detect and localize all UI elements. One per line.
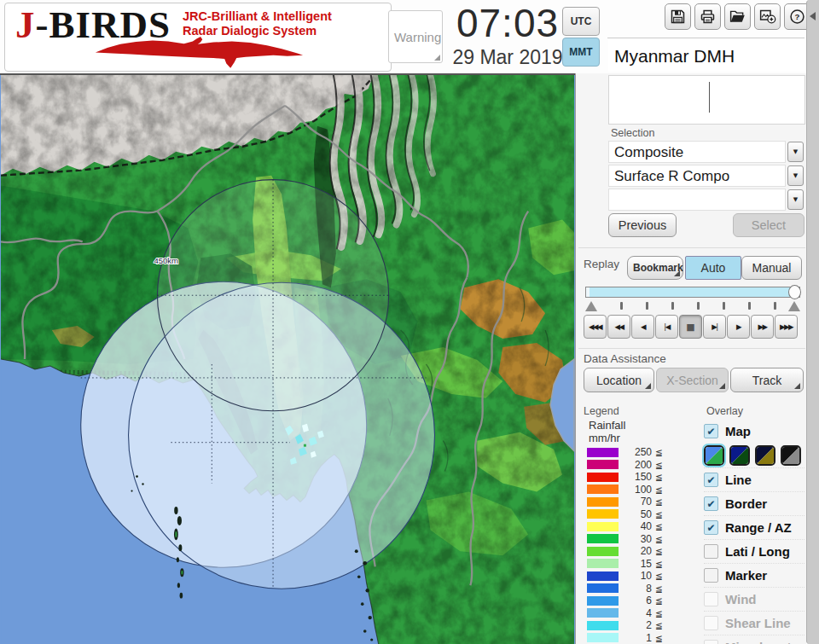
overlay-item-label: Line bbox=[725, 473, 752, 487]
print-button[interactable] bbox=[694, 3, 721, 30]
svg-text:?: ? bbox=[795, 12, 800, 21]
save-button[interactable] bbox=[665, 3, 691, 30]
auto-mode-button[interactable]: Auto bbox=[685, 256, 741, 280]
mmt-button[interactable]: MMT bbox=[562, 38, 600, 67]
range-end-marker[interactable] bbox=[788, 301, 800, 311]
legend-value: 8 bbox=[626, 583, 652, 595]
replay-label: Replay bbox=[584, 258, 619, 270]
legend-color-swatch bbox=[587, 559, 619, 568]
chevron-down-icon[interactable]: ▼ bbox=[787, 165, 804, 186]
playback-controls: ◀◀◀ ◀◀ ◀ |◀ ■ ▶| ▶ ▶▶ ▶▶▶ bbox=[584, 315, 798, 339]
legend-value: 30 bbox=[626, 533, 652, 545]
text-caret bbox=[709, 82, 710, 113]
legend-operator: ≦ bbox=[655, 460, 663, 470]
map-viewport[interactable]: 450km bbox=[0, 73, 575, 644]
legend-color-swatch bbox=[587, 522, 619, 531]
legend-item: 1 ≦ bbox=[587, 632, 663, 644]
legend-operator: ≦ bbox=[655, 521, 663, 531]
control-sidebar: Selection Composite ▼ Surface R Compo ▼ … bbox=[575, 73, 806, 644]
legend-item: 150 ≦ bbox=[587, 471, 663, 484]
legend-value: 10 bbox=[626, 570, 652, 582]
playback-button[interactable]: ◀◀◀ bbox=[584, 315, 607, 339]
playback-button[interactable]: ■ bbox=[679, 315, 702, 339]
overlay-checkbox[interactable]: ✔ bbox=[704, 616, 718, 630]
legend-label: Legend bbox=[584, 405, 619, 417]
range-start-marker[interactable] bbox=[585, 301, 597, 311]
legend-value: 250 bbox=[626, 446, 652, 458]
overlay-checkbox[interactable]: ✔ bbox=[704, 640, 718, 644]
overlay-item-label: Shear Line bbox=[725, 616, 791, 630]
legend-operator: ≦ bbox=[655, 595, 663, 606]
playback-button[interactable]: ▶▶ bbox=[751, 315, 774, 339]
legend-value: 20 bbox=[626, 545, 652, 557]
selection-field-1[interactable]: Composite bbox=[608, 141, 786, 163]
open-folder-button[interactable] bbox=[724, 3, 751, 30]
overlay-checkbox[interactable]: ✔ bbox=[704, 473, 718, 487]
legend-color-swatch bbox=[587, 621, 619, 630]
check-icon: ✔ bbox=[706, 475, 715, 485]
timezone-switch: UTC MMT bbox=[562, 7, 600, 68]
app-logo: J-BIRDS JRC-Brilliant & Intelligent Rada… bbox=[4, 3, 392, 72]
capture-button[interactable] bbox=[754, 3, 781, 30]
overlay-checkbox[interactable]: ✔ bbox=[704, 424, 718, 438]
legend-item: 10 ≦ bbox=[587, 570, 663, 583]
replay-slider-handle[interactable] bbox=[788, 285, 801, 299]
legend-value: 70 bbox=[626, 496, 652, 508]
panel-collapse-handle[interactable] bbox=[806, 0, 819, 644]
selection-label: Selection bbox=[611, 127, 654, 139]
legend-operator: ≦ bbox=[655, 472, 663, 482]
select-button[interactable]: Select bbox=[733, 213, 804, 237]
playback-button[interactable]: ◀ bbox=[631, 315, 654, 339]
utc-button[interactable]: UTC bbox=[562, 7, 600, 36]
legend-item: 250 ≦ bbox=[587, 446, 663, 459]
overlay-checkbox[interactable]: ✔ bbox=[704, 592, 718, 606]
legend-value: 50 bbox=[626, 508, 652, 520]
overlay-checkbox[interactable]: ✔ bbox=[704, 544, 718, 559]
overlay-item: ✔ Wind bbox=[704, 587, 804, 611]
legend-value: 200 bbox=[626, 459, 652, 471]
playback-button[interactable]: ◀◀ bbox=[607, 315, 630, 339]
legend-color-swatch bbox=[587, 633, 619, 642]
legend-operator: ≦ bbox=[655, 620, 663, 630]
bookmark-button[interactable]: Bookmark bbox=[627, 256, 683, 280]
map-style-swatch[interactable] bbox=[755, 445, 775, 466]
clock-date: 29 Mar 2019 bbox=[440, 46, 575, 68]
selection-field-row: Composite ▼ bbox=[608, 141, 804, 163]
playback-button[interactable]: ▶▶▶ bbox=[775, 315, 798, 339]
selection-field-3[interactable] bbox=[608, 189, 786, 211]
previous-button[interactable]: Previous bbox=[608, 213, 677, 237]
xsection-button[interactable]: X-Section bbox=[656, 368, 729, 392]
header-divider bbox=[607, 38, 804, 38]
overlay-item: ✔ Marker bbox=[704, 563, 804, 587]
overlay-item: ✔ Lati / Long bbox=[704, 539, 804, 563]
playback-button[interactable]: ▶ bbox=[727, 315, 750, 339]
overlay-item-label: Wind bbox=[725, 592, 757, 606]
chevron-down-icon[interactable]: ▼ bbox=[787, 142, 804, 162]
map-style-swatch[interactable] bbox=[729, 445, 750, 466]
legend-operator: ≦ bbox=[655, 608, 663, 618]
overlay-item: ✔ Border bbox=[704, 491, 804, 515]
overlay-checkbox[interactable]: ✔ bbox=[704, 520, 718, 535]
legend-operator: ≦ bbox=[655, 447, 663, 457]
map-style-swatch[interactable] bbox=[781, 445, 801, 466]
command-input[interactable] bbox=[608, 75, 805, 125]
map-style-swatch[interactable] bbox=[704, 445, 724, 466]
legend-item: 4 ≦ bbox=[587, 607, 663, 620]
playback-button[interactable]: ▶| bbox=[703, 315, 726, 339]
legend-color-swatch bbox=[587, 547, 619, 556]
overlay-checkbox[interactable]: ✔ bbox=[704, 496, 718, 511]
replay-progress-slider[interactable] bbox=[585, 287, 800, 298]
manual-mode-button[interactable]: Manual bbox=[741, 256, 802, 280]
selection-field-2[interactable]: Surface R Compo bbox=[608, 165, 786, 187]
track-button[interactable]: Track bbox=[730, 368, 804, 392]
location-button[interactable]: Location bbox=[584, 368, 654, 392]
overlay-checkbox[interactable]: ✔ bbox=[704, 568, 718, 583]
playback-button[interactable]: |◀ bbox=[655, 315, 678, 339]
collapse-arrow-icon bbox=[810, 12, 816, 20]
radar-map[interactable]: 450km bbox=[0, 75, 575, 644]
app-subtitle: JRC-Brilliant & Intelligent Radar Dialog… bbox=[183, 9, 332, 38]
chevron-down-icon[interactable]: ▼ bbox=[787, 189, 804, 210]
legend-item: 70 ≦ bbox=[587, 496, 663, 508]
overlay-item: ✔ Microburst bbox=[704, 635, 804, 644]
warning-button[interactable]: Warning bbox=[388, 10, 443, 63]
